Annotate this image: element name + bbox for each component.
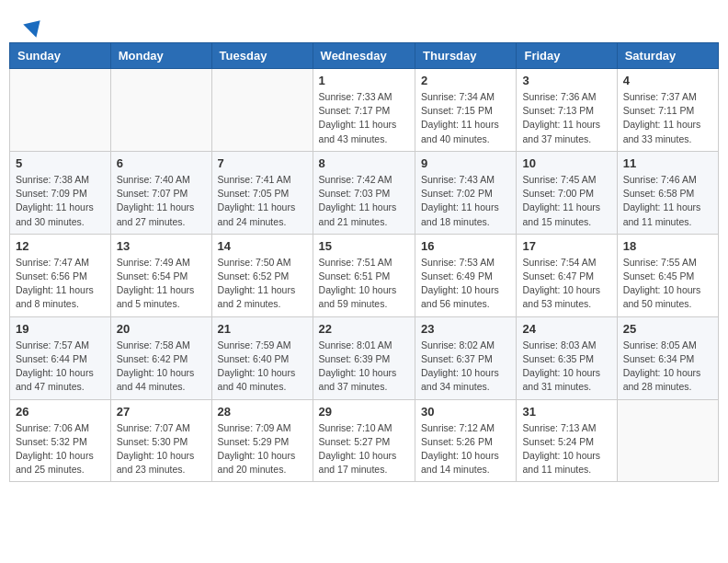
- day-info: Sunrise: 7:59 AM Sunset: 6:40 PM Dayligh…: [218, 339, 307, 395]
- calendar-week-row: 26Sunrise: 7:06 AM Sunset: 5:32 PM Dayli…: [10, 399, 719, 482]
- day-info: Sunrise: 7:50 AM Sunset: 6:52 PM Dayligh…: [218, 256, 307, 312]
- calendar-cell: 24Sunrise: 8:03 AM Sunset: 6:35 PM Dayli…: [517, 316, 617, 399]
- day-info: Sunrise: 8:03 AM Sunset: 6:35 PM Dayligh…: [522, 339, 610, 395]
- day-info: Sunrise: 7:33 AM Sunset: 7:17 PM Dayligh…: [319, 90, 409, 146]
- day-info: Sunrise: 7:34 AM Sunset: 7:15 PM Dayligh…: [421, 90, 510, 146]
- day-number: 8: [319, 156, 409, 170]
- column-header-monday: Monday: [110, 43, 211, 69]
- calendar-cell: [110, 69, 211, 152]
- day-info: Sunrise: 7:13 AM Sunset: 5:24 PM Dayligh…: [522, 421, 610, 477]
- day-number: 20: [117, 322, 206, 336]
- calendar-cell: 10Sunrise: 7:45 AM Sunset: 7:00 PM Dayli…: [517, 151, 617, 234]
- calendar-cell: 23Sunrise: 8:02 AM Sunset: 6:37 PM Dayli…: [415, 316, 517, 399]
- day-info: Sunrise: 7:09 AM Sunset: 5:29 PM Dayligh…: [218, 421, 307, 477]
- calendar-week-row: 12Sunrise: 7:47 AM Sunset: 6:56 PM Dayli…: [10, 234, 719, 316]
- day-number: 31: [522, 405, 610, 419]
- calendar-cell: 20Sunrise: 7:58 AM Sunset: 6:42 PM Dayli…: [110, 316, 211, 399]
- day-info: Sunrise: 7:51 AM Sunset: 6:51 PM Dayligh…: [319, 256, 409, 312]
- calendar-cell: 8Sunrise: 7:42 AM Sunset: 7:03 PM Daylig…: [313, 151, 415, 234]
- day-number: 22: [319, 322, 409, 336]
- column-header-wednesday: Wednesday: [313, 43, 415, 69]
- calendar-cell: 11Sunrise: 7:46 AM Sunset: 6:58 PM Dayli…: [617, 151, 718, 234]
- calendar-cell: 17Sunrise: 7:54 AM Sunset: 6:47 PM Dayli…: [517, 234, 617, 316]
- day-number: 13: [117, 239, 206, 253]
- day-info: Sunrise: 7:41 AM Sunset: 7:05 PM Dayligh…: [218, 173, 307, 229]
- calendar-cell: 6Sunrise: 7:40 AM Sunset: 7:07 PM Daylig…: [110, 151, 211, 234]
- calendar-table: SundayMondayTuesdayWednesdayThursdayFrid…: [9, 42, 719, 482]
- day-number: 27: [117, 405, 206, 419]
- day-number: 7: [218, 156, 307, 170]
- day-number: 10: [522, 156, 610, 170]
- column-header-tuesday: Tuesday: [211, 43, 313, 69]
- page-header: [9, 9, 719, 38]
- calendar-cell: 25Sunrise: 8:05 AM Sunset: 6:34 PM Dayli…: [617, 316, 718, 399]
- day-info: Sunrise: 7:36 AM Sunset: 7:13 PM Dayligh…: [522, 90, 610, 146]
- calendar-cell: 26Sunrise: 7:06 AM Sunset: 5:32 PM Dayli…: [10, 399, 111, 482]
- calendar-cell: 5Sunrise: 7:38 AM Sunset: 7:09 PM Daylig…: [10, 151, 111, 234]
- day-info: Sunrise: 7:43 AM Sunset: 7:02 PM Dayligh…: [421, 173, 510, 229]
- day-number: 15: [319, 239, 409, 253]
- logo: [23, 18, 44, 33]
- day-info: Sunrise: 7:37 AM Sunset: 7:11 PM Dayligh…: [623, 90, 712, 146]
- calendar-cell: 27Sunrise: 7:07 AM Sunset: 5:30 PM Dayli…: [110, 399, 211, 482]
- day-number: 2: [421, 74, 510, 87]
- calendar-cell: [10, 69, 111, 152]
- calendar-cell: [617, 399, 718, 482]
- calendar-cell: 19Sunrise: 7:57 AM Sunset: 6:44 PM Dayli…: [10, 316, 111, 399]
- day-info: Sunrise: 7:53 AM Sunset: 6:49 PM Dayligh…: [421, 256, 510, 312]
- calendar-cell: 1Sunrise: 7:33 AM Sunset: 7:17 PM Daylig…: [313, 69, 415, 152]
- day-info: Sunrise: 7:49 AM Sunset: 6:54 PM Dayligh…: [117, 256, 206, 312]
- day-number: 29: [319, 405, 409, 419]
- calendar-cell: 18Sunrise: 7:55 AM Sunset: 6:45 PM Dayli…: [617, 234, 718, 316]
- calendar-cell: 28Sunrise: 7:09 AM Sunset: 5:29 PM Dayli…: [211, 399, 313, 482]
- calendar-cell: 9Sunrise: 7:43 AM Sunset: 7:02 PM Daylig…: [415, 151, 517, 234]
- column-header-sunday: Sunday: [10, 43, 111, 69]
- calendar-cell: [211, 69, 313, 152]
- day-info: Sunrise: 7:10 AM Sunset: 5:27 PM Dayligh…: [319, 421, 409, 477]
- day-number: 23: [421, 322, 510, 336]
- day-info: Sunrise: 7:38 AM Sunset: 7:09 PM Dayligh…: [16, 173, 105, 229]
- day-number: 24: [522, 322, 610, 336]
- day-number: 6: [117, 156, 206, 170]
- calendar-cell: 12Sunrise: 7:47 AM Sunset: 6:56 PM Dayli…: [10, 234, 111, 316]
- calendar-cell: 13Sunrise: 7:49 AM Sunset: 6:54 PM Dayli…: [110, 234, 211, 316]
- calendar-cell: 3Sunrise: 7:36 AM Sunset: 7:13 PM Daylig…: [517, 69, 617, 152]
- column-header-friday: Friday: [517, 43, 617, 69]
- day-info: Sunrise: 7:12 AM Sunset: 5:26 PM Dayligh…: [421, 421, 510, 477]
- day-info: Sunrise: 7:07 AM Sunset: 5:30 PM Dayligh…: [117, 421, 206, 477]
- day-info: Sunrise: 8:05 AM Sunset: 6:34 PM Dayligh…: [623, 339, 712, 395]
- day-info: Sunrise: 8:01 AM Sunset: 6:39 PM Dayligh…: [319, 339, 409, 395]
- logo-icon: [23, 14, 46, 37]
- calendar-week-row: 19Sunrise: 7:57 AM Sunset: 6:44 PM Dayli…: [10, 316, 719, 399]
- calendar-cell: 2Sunrise: 7:34 AM Sunset: 7:15 PM Daylig…: [415, 69, 517, 152]
- day-number: 14: [218, 239, 307, 253]
- calendar-cell: 29Sunrise: 7:10 AM Sunset: 5:27 PM Dayli…: [313, 399, 415, 482]
- day-info: Sunrise: 7:06 AM Sunset: 5:32 PM Dayligh…: [16, 421, 105, 477]
- day-number: 26: [16, 405, 105, 419]
- day-info: Sunrise: 7:45 AM Sunset: 7:00 PM Dayligh…: [522, 173, 610, 229]
- calendar-week-row: 1Sunrise: 7:33 AM Sunset: 7:17 PM Daylig…: [10, 69, 719, 152]
- calendar-cell: 4Sunrise: 7:37 AM Sunset: 7:11 PM Daylig…: [617, 69, 718, 152]
- day-number: 5: [16, 156, 105, 170]
- calendar-cell: 15Sunrise: 7:51 AM Sunset: 6:51 PM Dayli…: [313, 234, 415, 316]
- day-number: 3: [522, 74, 610, 87]
- day-number: 11: [623, 156, 712, 170]
- day-number: 18: [623, 239, 712, 253]
- calendar-cell: 22Sunrise: 8:01 AM Sunset: 6:39 PM Dayli…: [313, 316, 415, 399]
- day-number: 30: [421, 405, 510, 419]
- day-number: 17: [522, 239, 610, 253]
- calendar-header-row: SundayMondayTuesdayWednesdayThursdayFrid…: [10, 43, 719, 69]
- day-info: Sunrise: 7:57 AM Sunset: 6:44 PM Dayligh…: [16, 339, 105, 395]
- calendar-week-row: 5Sunrise: 7:38 AM Sunset: 7:09 PM Daylig…: [10, 151, 719, 234]
- day-number: 21: [218, 322, 307, 336]
- day-number: 1: [319, 74, 409, 87]
- calendar-cell: 14Sunrise: 7:50 AM Sunset: 6:52 PM Dayli…: [211, 234, 313, 316]
- day-number: 19: [16, 322, 105, 336]
- calendar-cell: 21Sunrise: 7:59 AM Sunset: 6:40 PM Dayli…: [211, 316, 313, 399]
- day-info: Sunrise: 7:55 AM Sunset: 6:45 PM Dayligh…: [623, 256, 712, 312]
- day-number: 16: [421, 239, 510, 253]
- day-number: 4: [623, 74, 712, 87]
- day-number: 25: [623, 322, 712, 336]
- day-info: Sunrise: 7:46 AM Sunset: 6:58 PM Dayligh…: [623, 173, 712, 229]
- calendar-cell: 7Sunrise: 7:41 AM Sunset: 7:05 PM Daylig…: [211, 151, 313, 234]
